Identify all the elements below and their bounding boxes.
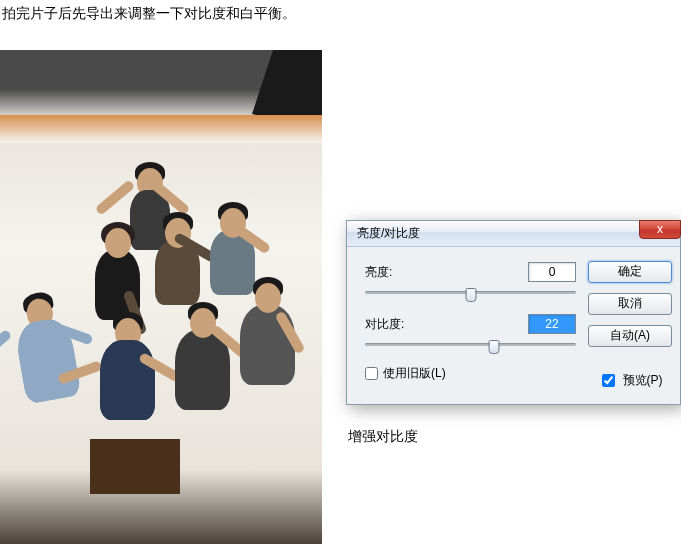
contrast-input[interactable] [528,314,576,334]
contrast-slider-thumb[interactable] [488,340,499,354]
brightness-slider[interactable] [365,285,576,303]
preview-checkbox[interactable] [602,374,615,387]
dialog-title: 亮度/对比度 [357,225,420,242]
preview-label[interactable]: 预览(P) [623,372,663,389]
brightness-input[interactable] [528,262,576,282]
use-legacy-label[interactable]: 使用旧版(L) [383,365,446,382]
photo-preview [0,50,322,544]
close-icon: x [657,222,663,236]
contrast-label: 对比度: [365,316,528,333]
ok-button[interactable]: 确定 [588,261,672,283]
contrast-slider[interactable] [365,337,576,355]
auto-button[interactable]: 自动(A) [588,325,672,347]
brightness-label: 亮度: [365,264,528,281]
brightness-slider-thumb[interactable] [465,288,476,302]
cancel-button[interactable]: 取消 [588,293,672,315]
dialog-titlebar[interactable]: 亮度/对比度 x [347,221,680,247]
brightness-contrast-dialog: 亮度/对比度 x 亮度: 对比度: 使用旧版( [346,220,681,405]
close-button[interactable]: x [639,220,681,239]
use-legacy-checkbox[interactable] [365,367,378,380]
caption-text: 增强对比度 [348,428,418,446]
instruction-text: 拍完片子后先导出来调整一下对比度和白平衡。 [2,5,296,23]
